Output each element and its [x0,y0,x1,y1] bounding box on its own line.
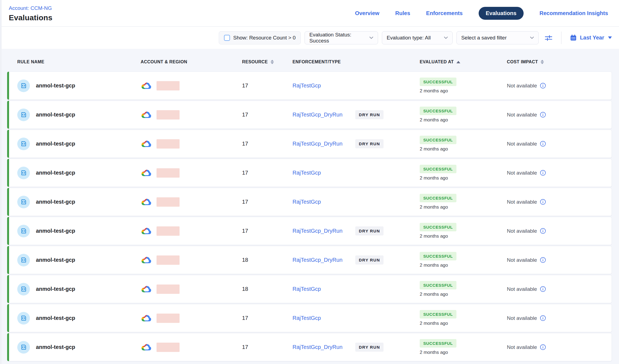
resource-count-filter-checkbox[interactable]: Show: Resource Count > 0 [219,31,301,44]
enforcement-link[interactable]: RajTestGcp_DryRun [293,141,355,147]
column-header-cost-impact[interactable]: COST IMPACT [507,59,612,64]
column-header-account-region: ACCOUNT & REGION [141,59,242,64]
resource-count: 17 [242,344,293,350]
page-title: Evaluations [9,13,52,22]
gcp-cloud-icon [141,110,152,120]
rule-icon [17,254,30,266]
tab-evaluations[interactable]: Evaluations [479,7,524,20]
cost-impact-value: Not available [507,286,537,292]
rule-icon [17,79,30,92]
enforcement-link[interactable]: RajTestGcp [293,170,355,176]
status-badge: SUCCESSFUL [420,194,456,202]
info-icon[interactable] [540,286,546,292]
table-row[interactable]: anmol-test-gcp 17 RajTestGcp_DryRun [7,130,612,158]
gcp-cloud-icon [141,197,152,207]
resource-count: 17 [242,315,293,321]
rule-icon [17,283,30,295]
dropdown-evaluation-status[interactable]: Evaluation Status: Success [305,31,378,44]
enforcement-link[interactable]: RajTestGcp_DryRun [293,344,355,350]
table-header-row: RULE NAMEACCOUNT & REGIONRESOURCEENFORCE… [0,56,619,67]
table-row[interactable]: anmol-test-gcp 18 RajTestGcp [7,275,612,303]
info-icon[interactable] [540,141,546,147]
table-row[interactable]: anmol-test-gcp 17 RajTestGcp_DryRun [7,333,612,361]
date-range-label: Last Year [580,35,604,41]
evaluated-time: 2 months ago [420,88,448,94]
rule-icon [17,341,30,354]
dropdown-label: Select a saved filter [461,35,507,41]
column-header-rule-name: RULE NAME [17,59,141,64]
dropdown-label: Evaluation type: All [387,35,431,41]
cost-impact-value: Not available [507,257,537,263]
info-icon[interactable] [540,170,546,176]
resource-count: 17 [242,112,293,118]
column-header-resource[interactable]: RESOURCE [242,59,293,64]
filter-settings-button[interactable] [543,32,555,43]
enforcement-link[interactable]: RajTestGcp_DryRun [293,228,355,234]
rule-name: anmol-test-gcp [36,112,75,118]
tab-recommendation-insights[interactable]: Recommendation Insights [540,10,608,16]
info-icon[interactable] [540,112,546,118]
account-name-redacted [157,168,180,178]
rule-icon [17,196,30,208]
enforcement-link[interactable]: RajTestGcp [293,199,355,205]
chevron-down-icon [444,36,448,39]
filter-bar: Show: Resource Count > 0 Evaluation Stat… [0,27,619,49]
gcp-cloud-icon [141,285,152,294]
enforcement-link[interactable]: RajTestGcp [293,315,355,321]
info-icon[interactable] [540,315,546,321]
gcp-cloud-icon [141,314,152,323]
tab-rules[interactable]: Rules [395,10,410,16]
evaluated-time: 2 months ago [420,234,448,239]
evaluated-time: 2 months ago [420,292,448,297]
gcp-cloud-icon [141,168,152,178]
rule-name: anmol-test-gcp [36,315,75,321]
account-name-redacted [157,285,180,294]
column-header-evaluated-at[interactable]: EVALUATED AT [420,59,507,64]
account-name-redacted [157,226,180,236]
rule-icon [17,225,30,237]
info-icon[interactable] [540,228,546,234]
cost-impact-value: Not available [507,141,537,147]
dry-run-badge: DRY RUN [355,343,384,352]
table-row[interactable]: anmol-test-gcp 17 RajTestGcp_DryRun [7,101,612,129]
resource-count: 17 [242,83,293,89]
enforcement-link[interactable]: RajTestGcp_DryRun [293,257,355,263]
rule-name: anmol-test-gcp [36,83,75,89]
table-row[interactable]: anmol-test-gcp 17 RajTestGcp [7,188,612,216]
filter-sliders-icon [544,34,553,42]
table-row[interactable]: anmol-test-gcp 17 RajTestGcp [7,304,612,332]
enforcement-link[interactable]: RajTestGcp [293,83,355,89]
dropdown-evaluation-type[interactable]: Evaluation type: All [382,31,453,44]
info-icon[interactable] [540,257,546,263]
dry-run-badge: DRY RUN [355,255,384,265]
sort-asc-icon [456,61,460,63]
info-icon[interactable] [540,199,546,205]
info-icon[interactable] [540,344,546,350]
status-badge: SUCCESSFUL [420,252,456,260]
rule-name: anmol-test-gcp [36,286,75,292]
rule-icon [17,109,30,121]
calendar-icon [570,34,577,41]
table-row[interactable]: anmol-test-gcp 17 RajTestGcp_DryRun [7,217,612,245]
rule-icon [17,138,30,150]
table-row[interactable]: anmol-test-gcp 17 RajTestGcp [7,72,612,100]
enforcement-link[interactable]: RajTestGcp [293,286,355,292]
status-badge: SUCCESSFUL [420,107,456,115]
date-range-picker[interactable]: Last Year [570,34,612,41]
account-name-redacted [157,314,180,323]
table-row[interactable]: anmol-test-gcp 18 RajTestGcp_DryRun [7,246,612,274]
table-row[interactable]: anmol-test-gcp 17 RajTestGcp [7,159,612,187]
cost-impact-value: Not available [507,83,537,89]
tab-enforcements[interactable]: Enforcements [426,10,462,16]
resource-count: 17 [242,228,293,234]
status-badge: SUCCESSFUL [420,223,456,231]
tab-overview[interactable]: Overview [355,10,379,16]
info-icon[interactable] [540,83,546,89]
account-name-redacted [157,255,180,265]
enforcement-link[interactable]: RajTestGcp_DryRun [293,112,355,118]
dropdown-select-a-saved-filter[interactable]: Select a saved filter [456,31,539,44]
breadcrumb-account-link[interactable]: Account: CCM-NG [9,5,52,11]
caret-down-icon [608,36,612,39]
checkbox-icon[interactable] [224,35,230,41]
resource-count: 18 [242,257,293,263]
